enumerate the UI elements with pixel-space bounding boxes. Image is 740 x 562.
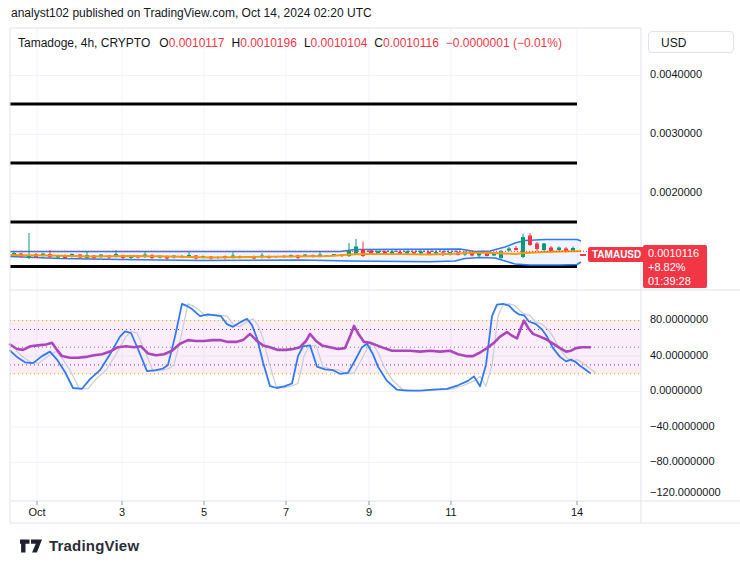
- axis-label: 0.0030000: [650, 127, 702, 139]
- axis-label: −120.0000000: [650, 486, 721, 498]
- currency-button[interactable]: USD: [648, 31, 734, 53]
- axis-label: 0.0020000: [650, 186, 702, 198]
- ohlc-low: L0.0010104: [304, 36, 367, 50]
- time-axis-label: 5: [201, 506, 207, 518]
- ohlc-high: H0.0010196: [231, 36, 296, 50]
- time-axis-label: Oct: [28, 506, 45, 518]
- time-axis-label: 11: [445, 506, 456, 518]
- axis-label: 40.0000000: [650, 349, 708, 361]
- series-price-label: TAMAUSD: [588, 247, 645, 262]
- badge-price: 0.0010116: [648, 246, 707, 260]
- axis-label: −80.0000000: [650, 455, 715, 467]
- time-axis-label: 3: [119, 506, 125, 518]
- badge-countdown: 01:39:28: [648, 274, 707, 288]
- tradingview-icon: [20, 539, 42, 553]
- pane-separator[interactable]: [10, 289, 740, 292]
- chart-canvas[interactable]: [0, 0, 740, 562]
- trend-lines: [10, 104, 577, 267]
- last-price-badge: 0.0010116 +8.82% 01:39:28: [643, 245, 707, 288]
- time-axis-label: 9: [366, 506, 372, 518]
- ohlc-close: C0.0010116: [374, 36, 439, 50]
- tradingview-logo[interactable]: TradingView: [20, 537, 139, 554]
- axis-label: 0.0000000: [650, 384, 702, 396]
- chart-legend: Tamadoge, 4h, CRYPTOO0.0010117H0.0010196…: [18, 36, 562, 50]
- axis-label: 80.0000000: [650, 313, 708, 325]
- badge-change: +8.82%: [648, 260, 707, 274]
- time-axis-label: 14: [571, 506, 583, 518]
- tradingview-wordmark: TradingView: [49, 537, 139, 554]
- frame-borders: [10, 28, 740, 523]
- axis-label: −40.0000000: [650, 420, 715, 432]
- symbol-title[interactable]: Tamadoge, 4h, CRYPTO: [18, 36, 150, 50]
- time-axis[interactable]: Oct35791114: [10, 501, 740, 523]
- change-value: −0.0000001 (−0.01%): [446, 36, 562, 50]
- time-axis-label: 7: [283, 506, 289, 518]
- tradingview-snapshot: analyst102 published on TradingView.com,…: [0, 0, 740, 562]
- axis-label: 0.0040000: [650, 68, 702, 80]
- ohlc-open: O0.0010117: [159, 36, 224, 50]
